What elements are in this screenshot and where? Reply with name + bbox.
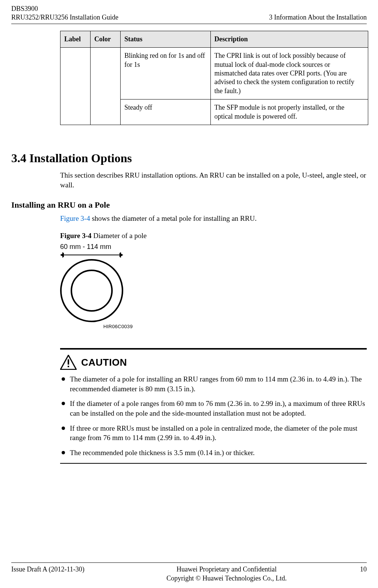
- caution-label: CAUTION: [81, 357, 127, 368]
- page-footer: Issue Draft A (2012-11-30) Huawei Propri…: [11, 562, 367, 583]
- dimension-bracket: [60, 252, 123, 258]
- svg-rect-1: [68, 359, 69, 365]
- caution-block: CAUTION The diameter of a pole for insta…: [60, 348, 367, 463]
- col-header-label: Label: [60, 31, 91, 47]
- header-right: 3 Information About the Installation: [269, 5, 367, 22]
- subsection-heading: Installing an RRU on a Pole: [11, 200, 367, 210]
- status-table: Label Color Status Description Blinking …: [60, 31, 368, 125]
- col-header-description: Description: [210, 31, 368, 47]
- footer-page-number: 10: [344, 565, 367, 583]
- table-header-row: Label Color Status Description: [60, 31, 368, 47]
- table-row: Blinking red on for 1s and off for 1s Th…: [60, 48, 368, 100]
- footer-row: Issue Draft A (2012-11-30) Huawei Propri…: [11, 565, 367, 583]
- list-item: If the diameter of a pole ranges from 60…: [60, 399, 367, 418]
- header-spacer: [269, 5, 367, 13]
- header-rule: [11, 24, 367, 24]
- caution-rule-bottom: [60, 463, 367, 464]
- list-item: The diameter of a pole for installing an…: [60, 374, 367, 394]
- caution-heading: CAUTION: [60, 355, 367, 370]
- footer-copyright: Copyright © Huawei Technologies Co., Ltd…: [109, 574, 344, 583]
- cell-description: The SFP module is not properly installed…: [210, 100, 368, 125]
- chapter-title: 3 Information About the Installation: [269, 13, 367, 22]
- cell-status: Blinking red on for 1s and off for 1s: [120, 48, 210, 100]
- footer-center: Huawei Proprietary and Confidential Copy…: [109, 565, 344, 583]
- section-intro: This section describes RRU installation …: [60, 170, 367, 190]
- col-header-color: Color: [90, 31, 120, 47]
- figure-caption-rest: Diameter of a pole: [92, 232, 147, 240]
- page-header: DBS3900 RRU3252/RRU3256 Installation Gui…: [11, 0, 367, 22]
- section-heading: 3.4 Installation Options: [11, 151, 367, 165]
- footer-issue: Issue Draft A (2012-11-30): [11, 565, 109, 583]
- figure-caption: Figure 3-4 Diameter of a pole: [60, 232, 367, 240]
- bracket-line: [62, 255, 121, 255]
- doc-title: RRU3252/RRU3256 Installation Guide: [11, 13, 118, 22]
- footer-proprietary: Huawei Proprietary and Confidential: [109, 565, 344, 574]
- doc-model: DBS3900: [11, 5, 118, 13]
- cell-description: The CPRI link is out of lock possibly be…: [210, 48, 368, 100]
- cell-color: [90, 48, 120, 125]
- col-header-status: Status: [120, 31, 210, 47]
- list-item: The recommended pole thickness is 3.5 mm…: [60, 448, 367, 458]
- pole-outer-circle-icon: [60, 259, 123, 322]
- figure-ref-link[interactable]: Figure 3-4: [60, 214, 90, 222]
- svg-rect-2: [68, 366, 69, 367]
- cell-label: [60, 48, 91, 125]
- figure-code: HIR06C0039: [103, 324, 367, 329]
- bracket-arrow-right-icon: [119, 253, 123, 257]
- footer-rule: [11, 562, 367, 563]
- header-left: DBS3900 RRU3252/RRU3256 Installation Gui…: [11, 5, 118, 22]
- figure-caption-bold: Figure 3-4: [60, 232, 92, 240]
- figure-image: 60 mm - 114 mm HIR06C0039: [60, 243, 367, 329]
- caution-triangle-icon: [60, 355, 77, 370]
- dimension-label: 60 mm - 114 mm: [60, 243, 367, 251]
- pole-inner-circle-icon: [71, 270, 113, 312]
- list-item: If three or more RRUs must be installed …: [60, 424, 367, 443]
- cell-status: Steady off: [120, 100, 210, 125]
- caution-list: The diameter of a pole for installing an…: [60, 374, 367, 457]
- figure-ref-rest: shows the diameter of a metal pole for i…: [90, 214, 257, 222]
- caution-rule-top: [60, 348, 367, 350]
- figure-reference-line: Figure 3-4 shows the diameter of a metal…: [60, 214, 367, 223]
